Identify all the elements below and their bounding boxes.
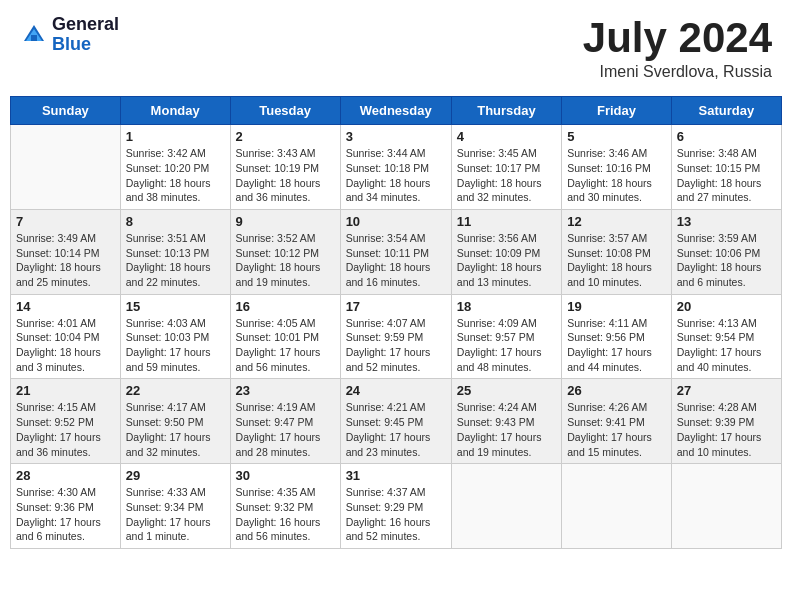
day-number: 23 xyxy=(236,383,335,398)
weekday-header: Wednesday xyxy=(340,97,451,125)
calendar-day-cell: 23Sunrise: 4:19 AM Sunset: 9:47 PM Dayli… xyxy=(230,379,340,464)
day-info: Sunrise: 3:57 AM Sunset: 10:08 PM Daylig… xyxy=(567,231,666,290)
day-info: Sunrise: 3:43 AM Sunset: 10:19 PM Daylig… xyxy=(236,146,335,205)
day-info: Sunrise: 4:03 AM Sunset: 10:03 PM Daylig… xyxy=(126,316,225,375)
calendar-table: SundayMondayTuesdayWednesdayThursdayFrid… xyxy=(10,96,782,549)
logo-blue-text: Blue xyxy=(52,35,119,55)
day-number: 26 xyxy=(567,383,666,398)
day-number: 3 xyxy=(346,129,446,144)
weekday-header-row: SundayMondayTuesdayWednesdayThursdayFrid… xyxy=(11,97,782,125)
location-label: Imeni Sverdlova, Russia xyxy=(583,63,772,81)
day-info: Sunrise: 3:56 AM Sunset: 10:09 PM Daylig… xyxy=(457,231,556,290)
day-info: Sunrise: 4:30 AM Sunset: 9:36 PM Dayligh… xyxy=(16,485,115,544)
day-info: Sunrise: 4:35 AM Sunset: 9:32 PM Dayligh… xyxy=(236,485,335,544)
calendar-day-cell: 24Sunrise: 4:21 AM Sunset: 9:45 PM Dayli… xyxy=(340,379,451,464)
day-number: 14 xyxy=(16,299,115,314)
calendar-day-cell: 3Sunrise: 3:44 AM Sunset: 10:18 PM Dayli… xyxy=(340,125,451,210)
day-info: Sunrise: 4:07 AM Sunset: 9:59 PM Dayligh… xyxy=(346,316,446,375)
day-info: Sunrise: 3:48 AM Sunset: 10:15 PM Daylig… xyxy=(677,146,776,205)
calendar-week-row: 1Sunrise: 3:42 AM Sunset: 10:20 PM Dayli… xyxy=(11,125,782,210)
day-info: Sunrise: 4:19 AM Sunset: 9:47 PM Dayligh… xyxy=(236,400,335,459)
day-number: 2 xyxy=(236,129,335,144)
day-number: 9 xyxy=(236,214,335,229)
day-info: Sunrise: 3:45 AM Sunset: 10:17 PM Daylig… xyxy=(457,146,556,205)
calendar-day-cell: 20Sunrise: 4:13 AM Sunset: 9:54 PM Dayli… xyxy=(671,294,781,379)
calendar-day-cell: 9Sunrise: 3:52 AM Sunset: 10:12 PM Dayli… xyxy=(230,209,340,294)
calendar-day-cell: 31Sunrise: 4:37 AM Sunset: 9:29 PM Dayli… xyxy=(340,464,451,549)
day-number: 21 xyxy=(16,383,115,398)
day-number: 25 xyxy=(457,383,556,398)
day-info: Sunrise: 4:21 AM Sunset: 9:45 PM Dayligh… xyxy=(346,400,446,459)
day-number: 28 xyxy=(16,468,115,483)
calendar-day-cell: 21Sunrise: 4:15 AM Sunset: 9:52 PM Dayli… xyxy=(11,379,121,464)
day-info: Sunrise: 3:46 AM Sunset: 10:16 PM Daylig… xyxy=(567,146,666,205)
day-info: Sunrise: 3:49 AM Sunset: 10:14 PM Daylig… xyxy=(16,231,115,290)
day-info: Sunrise: 4:37 AM Sunset: 9:29 PM Dayligh… xyxy=(346,485,446,544)
day-info: Sunrise: 3:54 AM Sunset: 10:11 PM Daylig… xyxy=(346,231,446,290)
logo-icon xyxy=(20,21,48,49)
day-number: 18 xyxy=(457,299,556,314)
day-info: Sunrise: 4:24 AM Sunset: 9:43 PM Dayligh… xyxy=(457,400,556,459)
calendar-day-cell: 28Sunrise: 4:30 AM Sunset: 9:36 PM Dayli… xyxy=(11,464,121,549)
day-number: 10 xyxy=(346,214,446,229)
calendar-day-cell: 22Sunrise: 4:17 AM Sunset: 9:50 PM Dayli… xyxy=(120,379,230,464)
day-info: Sunrise: 4:09 AM Sunset: 9:57 PM Dayligh… xyxy=(457,316,556,375)
day-number: 5 xyxy=(567,129,666,144)
day-info: Sunrise: 4:05 AM Sunset: 10:01 PM Daylig… xyxy=(236,316,335,375)
day-info: Sunrise: 4:17 AM Sunset: 9:50 PM Dayligh… xyxy=(126,400,225,459)
weekday-header: Thursday xyxy=(451,97,561,125)
weekday-header: Friday xyxy=(562,97,672,125)
weekday-header: Monday xyxy=(120,97,230,125)
day-number: 12 xyxy=(567,214,666,229)
title-block: July 2024 Imeni Sverdlova, Russia xyxy=(583,15,772,81)
day-info: Sunrise: 4:11 AM Sunset: 9:56 PM Dayligh… xyxy=(567,316,666,375)
month-title: July 2024 xyxy=(583,15,772,61)
day-number: 29 xyxy=(126,468,225,483)
day-info: Sunrise: 4:13 AM Sunset: 9:54 PM Dayligh… xyxy=(677,316,776,375)
calendar-day-cell xyxy=(451,464,561,549)
logo-general-text: General xyxy=(52,15,119,35)
day-info: Sunrise: 3:42 AM Sunset: 10:20 PM Daylig… xyxy=(126,146,225,205)
day-info: Sunrise: 4:33 AM Sunset: 9:34 PM Dayligh… xyxy=(126,485,225,544)
calendar-day-cell: 8Sunrise: 3:51 AM Sunset: 10:13 PM Dayli… xyxy=(120,209,230,294)
svg-rect-2 xyxy=(31,35,37,41)
day-number: 4 xyxy=(457,129,556,144)
calendar-week-row: 28Sunrise: 4:30 AM Sunset: 9:36 PM Dayli… xyxy=(11,464,782,549)
calendar-day-cell xyxy=(562,464,672,549)
calendar-day-cell: 26Sunrise: 4:26 AM Sunset: 9:41 PM Dayli… xyxy=(562,379,672,464)
calendar-day-cell xyxy=(11,125,121,210)
weekday-header: Sunday xyxy=(11,97,121,125)
day-number: 7 xyxy=(16,214,115,229)
day-number: 1 xyxy=(126,129,225,144)
calendar-day-cell xyxy=(671,464,781,549)
page-header: General Blue July 2024 Imeni Sverdlova, … xyxy=(10,10,782,86)
calendar-day-cell: 1Sunrise: 3:42 AM Sunset: 10:20 PM Dayli… xyxy=(120,125,230,210)
calendar-day-cell: 2Sunrise: 3:43 AM Sunset: 10:19 PM Dayli… xyxy=(230,125,340,210)
day-number: 22 xyxy=(126,383,225,398)
day-info: Sunrise: 3:44 AM Sunset: 10:18 PM Daylig… xyxy=(346,146,446,205)
calendar-week-row: 21Sunrise: 4:15 AM Sunset: 9:52 PM Dayli… xyxy=(11,379,782,464)
day-info: Sunrise: 4:01 AM Sunset: 10:04 PM Daylig… xyxy=(16,316,115,375)
logo-text: General Blue xyxy=(52,15,119,55)
day-number: 19 xyxy=(567,299,666,314)
calendar-day-cell: 5Sunrise: 3:46 AM Sunset: 10:16 PM Dayli… xyxy=(562,125,672,210)
day-info: Sunrise: 4:15 AM Sunset: 9:52 PM Dayligh… xyxy=(16,400,115,459)
calendar-day-cell: 17Sunrise: 4:07 AM Sunset: 9:59 PM Dayli… xyxy=(340,294,451,379)
day-info: Sunrise: 4:26 AM Sunset: 9:41 PM Dayligh… xyxy=(567,400,666,459)
calendar-day-cell: 27Sunrise: 4:28 AM Sunset: 9:39 PM Dayli… xyxy=(671,379,781,464)
day-number: 20 xyxy=(677,299,776,314)
calendar-day-cell: 19Sunrise: 4:11 AM Sunset: 9:56 PM Dayli… xyxy=(562,294,672,379)
day-number: 11 xyxy=(457,214,556,229)
day-number: 31 xyxy=(346,468,446,483)
day-number: 15 xyxy=(126,299,225,314)
logo: General Blue xyxy=(20,15,119,55)
calendar-day-cell: 4Sunrise: 3:45 AM Sunset: 10:17 PM Dayli… xyxy=(451,125,561,210)
calendar-day-cell: 29Sunrise: 4:33 AM Sunset: 9:34 PM Dayli… xyxy=(120,464,230,549)
calendar-day-cell: 6Sunrise: 3:48 AM Sunset: 10:15 PM Dayli… xyxy=(671,125,781,210)
day-info: Sunrise: 3:59 AM Sunset: 10:06 PM Daylig… xyxy=(677,231,776,290)
calendar-day-cell: 13Sunrise: 3:59 AM Sunset: 10:06 PM Dayl… xyxy=(671,209,781,294)
calendar-day-cell: 12Sunrise: 3:57 AM Sunset: 10:08 PM Dayl… xyxy=(562,209,672,294)
calendar-day-cell: 14Sunrise: 4:01 AM Sunset: 10:04 PM Dayl… xyxy=(11,294,121,379)
weekday-header: Tuesday xyxy=(230,97,340,125)
calendar-day-cell: 10Sunrise: 3:54 AM Sunset: 10:11 PM Dayl… xyxy=(340,209,451,294)
